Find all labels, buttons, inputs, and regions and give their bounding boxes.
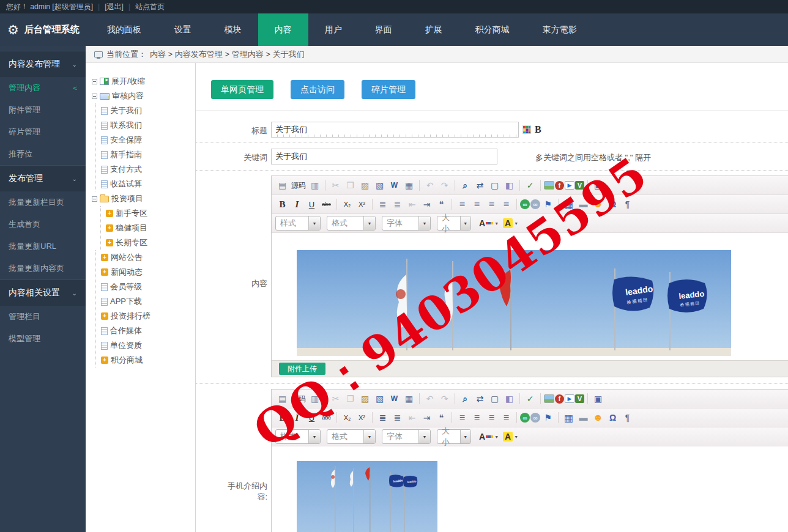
tree-node-invest-project[interactable]: 投资项目 (92, 191, 195, 206)
new-page-icon[interactable] (275, 392, 289, 405)
print-icon[interactable] (402, 179, 416, 192)
italic-icon[interactable] (290, 198, 304, 211)
tree-node-points-mall[interactable]: +积分商城 (101, 353, 195, 368)
blockquote-icon[interactable] (434, 198, 448, 211)
tree-node-newbie-zone[interactable]: +新手专区 (106, 206, 195, 221)
preview-icon[interactable] (308, 179, 322, 192)
bold-icon[interactable] (275, 411, 289, 424)
bold-icon[interactable] (275, 198, 289, 211)
unlink-icon[interactable] (530, 199, 540, 209)
tree-node-site-notice[interactable]: +网站公告 (101, 250, 195, 265)
sidebar-section-content-settings[interactable]: 内容相关设置 ⌄ (0, 279, 86, 306)
redo-icon[interactable] (437, 179, 452, 192)
tree-node-member-level[interactable]: 会员等级 (101, 279, 195, 294)
size-dropdown[interactable]: 大小▼ (437, 216, 471, 231)
unordered-list-icon[interactable] (390, 198, 404, 211)
italic-icon[interactable] (290, 411, 304, 424)
nav-tab-interface[interactable]: 界面 (359, 13, 409, 46)
horizontal-rule-icon[interactable] (576, 411, 590, 424)
align-right-icon[interactable] (485, 411, 499, 424)
logout-link[interactable]: [退出] (105, 2, 124, 12)
paste-word-icon[interactable] (387, 392, 401, 405)
sidebar-item-generate-home[interactable]: 生成首页 (0, 213, 86, 235)
tree-node-security[interactable]: 安全保障 (101, 133, 195, 147)
sidebar-item-batch-content[interactable]: 批量更新内容页 (0, 257, 86, 279)
source-button[interactable]: 源码 (290, 394, 307, 404)
collapse-icon[interactable] (92, 196, 97, 202)
new-page-icon[interactable] (275, 179, 289, 192)
video-icon[interactable] (575, 181, 584, 190)
tree-node-app-download[interactable]: APP下载 (101, 294, 195, 309)
sidebar-section-content-publish[interactable]: 内容发布管理 ⌄ (0, 51, 86, 77)
attachment-upload-button[interactable]: 附件上传 (279, 363, 325, 375)
size-dropdown[interactable]: 大小▼ (437, 429, 471, 444)
nav-tab-dongfang-movie[interactable]: 東方電影 (526, 13, 593, 46)
blockquote-icon[interactable] (434, 411, 448, 424)
anchor-icon[interactable] (541, 411, 555, 424)
underline-icon[interactable] (305, 411, 319, 424)
preview-icon[interactable] (308, 392, 322, 405)
copy-icon[interactable] (343, 392, 357, 405)
strikethrough-icon[interactable] (319, 411, 333, 424)
redo-icon[interactable] (437, 392, 452, 405)
tree-node-invest-rank[interactable]: +投资排行榜 (101, 309, 195, 323)
site-home-link[interactable]: 站点首页 (135, 2, 165, 12)
page-break-icon[interactable] (620, 198, 634, 211)
eraser-icon[interactable] (502, 179, 516, 192)
tree-toggle-all[interactable]: 展开/收缩 (92, 74, 195, 89)
sidebar-item-fragment[interactable]: 碎片管理 (0, 121, 86, 143)
sidebar-item-attachment[interactable]: 附件管理 (0, 99, 86, 121)
align-right-icon[interactable] (485, 198, 499, 211)
style-dropdown[interactable]: 样式▼ (275, 429, 321, 444)
tree-node-unit-qualification[interactable]: 单位资质 (101, 338, 195, 353)
nav-tab-users[interactable]: 用户 (308, 13, 359, 46)
tree-node-partner-media[interactable]: 合作媒体 (101, 323, 195, 338)
editor-content-area[interactable]: leaddo 柃 禤 精 田 leaddo 柃 禤 精 田 (272, 233, 788, 360)
image-icon[interactable] (544, 181, 554, 190)
tree-node-contact-us[interactable]: 联系我们 (101, 118, 195, 133)
anchor-icon[interactable] (541, 198, 555, 211)
image-icon[interactable] (544, 394, 554, 403)
tree-node-audit[interactable]: 审核内容 (92, 89, 195, 103)
tree-node-news[interactable]: +新闻动态 (101, 265, 195, 279)
select-all-icon[interactable] (488, 179, 502, 192)
spell-check-icon[interactable] (523, 392, 537, 405)
smiley-icon[interactable] (591, 411, 605, 424)
nav-tab-my-panel[interactable]: 我的面板 (91, 13, 158, 46)
sidebar-item-manage-content[interactable]: 管理内容 < (0, 77, 86, 99)
font-dropdown[interactable]: 字体▼ (382, 429, 431, 444)
iframe-icon[interactable] (591, 179, 605, 192)
paste-word-icon[interactable] (387, 179, 401, 192)
flash-icon[interactable] (555, 394, 564, 404)
nav-tab-points-mall[interactable]: 积分商城 (459, 13, 526, 46)
spell-check-icon[interactable] (523, 179, 537, 192)
paste-icon[interactable] (358, 392, 372, 405)
tree-node-beginner-guide[interactable]: 新手指南 (101, 147, 195, 162)
subscript-icon[interactable] (340, 198, 354, 211)
style-dropdown[interactable]: 样式▼ (275, 216, 321, 231)
align-justify-icon[interactable] (499, 198, 513, 211)
flash-icon[interactable] (555, 181, 564, 190)
fragment-manage-button[interactable]: 碎片管理 (362, 80, 415, 99)
nav-tab-modules[interactable]: 模块 (208, 13, 258, 46)
sidebar-item-recommend[interactable]: 推荐位 (0, 143, 86, 165)
unlink-icon[interactable] (530, 413, 540, 423)
visit-button[interactable]: 点击访问 (291, 80, 344, 99)
undo-icon[interactable] (423, 392, 437, 405)
align-justify-icon[interactable] (499, 411, 513, 424)
background-color-icon[interactable]: A▼ (503, 432, 518, 441)
media-player-icon[interactable] (565, 394, 574, 403)
text-color-icon[interactable]: A▼ (479, 432, 499, 441)
ordered-list-icon[interactable] (376, 198, 390, 211)
table-icon[interactable] (562, 411, 576, 424)
sidebar-item-batch-category[interactable]: 批量更新栏目页 (0, 191, 86, 213)
cut-icon[interactable] (329, 179, 343, 192)
replace-icon[interactable] (473, 179, 487, 192)
iframe-icon[interactable] (591, 392, 605, 405)
special-char-icon[interactable] (606, 198, 620, 211)
unordered-list-icon[interactable] (390, 411, 404, 424)
collapse-icon[interactable] (92, 94, 97, 99)
link-icon[interactable] (520, 413, 530, 423)
align-left-icon[interactable] (455, 411, 469, 424)
align-center-icon[interactable] (470, 411, 484, 424)
